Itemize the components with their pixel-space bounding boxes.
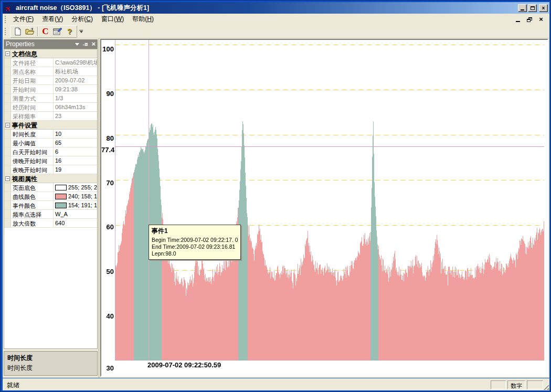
property-row[interactable]: 采样频率23 (4, 112, 97, 121)
color-swatch[interactable] (55, 194, 67, 199)
section-gutter: − (4, 174, 11, 183)
property-value[interactable]: 10 (54, 130, 97, 138)
menu-item-h[interactable]: 帮助(H) (128, 14, 158, 25)
property-row[interactable]: 白天开始时间6 (4, 147, 97, 156)
property-value[interactable]: C:\awa6298\机场 (54, 58, 97, 67)
property-row[interactable]: 曲线颜色240; 158; 158 (4, 192, 97, 201)
event-tooltip-title: 事件1 (152, 227, 238, 236)
mdi-restore-button[interactable] (526, 16, 533, 22)
property-value[interactable]: 16 (54, 156, 97, 165)
pin-icon[interactable]: -¤ (83, 41, 88, 47)
y-tick-77.4: 77.4 (101, 145, 114, 153)
property-row[interactable]: 傍晚开始时间16 (4, 156, 97, 165)
property-value[interactable]: 640 (54, 219, 97, 227)
property-row[interactable]: 文件路径C:\awa6298\机场 (4, 58, 97, 67)
row-gutter (4, 147, 11, 156)
properties-panel-header[interactable]: Properties -¤ × (4, 39, 98, 49)
y-tick-70: 70 (101, 178, 114, 186)
properties-button[interactable] (51, 26, 63, 37)
property-section-header[interactable]: −事件设置 (4, 121, 97, 130)
event-end-time: End Time:2009-07-02 09:23:16.81 (152, 243, 238, 250)
property-value[interactable]: 65 (54, 139, 97, 147)
row-gutter (4, 156, 11, 165)
property-value-text: 19 (55, 166, 61, 173)
property-value[interactable]: 240; 158; 158 (54, 192, 97, 200)
title-bar[interactable]: ✈ aircraft noise（ISO3891） - [飞机噪声分析1] × (3, 2, 549, 14)
toolbar: C ? (3, 25, 549, 38)
property-row[interactable]: 最小阈值65 (4, 139, 97, 147)
close-button[interactable]: × (539, 4, 548, 12)
property-value-text: 1/3 (55, 95, 63, 101)
property-value[interactable]: 06h34m13s (54, 103, 97, 111)
panel-close-icon[interactable]: × (91, 41, 96, 47)
collapse-icon[interactable]: − (5, 123, 10, 128)
property-row[interactable]: 测量方式1/3 (4, 94, 97, 103)
minimize-button[interactable] (518, 4, 527, 12)
property-label: 傍晚开始时间 (11, 156, 54, 165)
property-value[interactable]: 19 (54, 165, 97, 174)
property-row[interactable]: 夜晚开始时间19 (4, 165, 97, 174)
y-tick-100: 100 (101, 45, 114, 53)
color-swatch[interactable] (55, 185, 67, 190)
property-value[interactable]: 154; 191; 180 (54, 201, 97, 209)
y-tick-90: 90 (101, 89, 114, 97)
menu-item-v[interactable]: 查看(V) (38, 14, 67, 25)
property-value[interactable]: 栎社机场 (54, 67, 97, 76)
menu-item-f[interactable]: 文件(F) (9, 14, 38, 25)
collapse-icon[interactable]: − (5, 176, 10, 181)
property-label: 频率点选择 (11, 210, 54, 218)
menu-item-c[interactable]: 分析(C) (67, 14, 97, 25)
property-value[interactable]: 09:21:38 (54, 85, 97, 93)
row-gutter (4, 183, 11, 192)
property-row[interactable]: 测点名称栎社机场 (4, 67, 97, 76)
property-row[interactable]: 经历时间06h34m13s (4, 103, 97, 112)
property-row[interactable]: 开始时间09:21:38 (4, 85, 97, 94)
toolbar-overflow-button[interactable] (78, 25, 84, 38)
panel-menu-caret-icon[interactable] (75, 43, 79, 46)
row-gutter (4, 76, 11, 84)
row-gutter (4, 58, 11, 67)
property-row[interactable]: 放大倍数640 (4, 219, 97, 228)
event-lepn: Lepn:98.0 (152, 250, 238, 257)
row-gutter (4, 219, 11, 227)
toolbar-group: C ? (10, 25, 77, 38)
property-section-header[interactable]: −视图属性 (4, 174, 97, 183)
open-file-button[interactable] (24, 26, 36, 37)
status-ready-text: 就绪 (7, 381, 19, 390)
property-row[interactable]: 事件颜色154; 191; 180 (4, 201, 97, 210)
collapse-icon[interactable]: − (5, 51, 10, 56)
analysis-button[interactable]: C (39, 26, 51, 37)
new-document-button[interactable] (12, 26, 24, 37)
property-value-text: 240; 158; 158 (68, 193, 97, 199)
section-gutter: − (4, 49, 11, 58)
property-value-text: 06h34m13s (55, 104, 86, 110)
toolbar-grip[interactable] (4, 28, 7, 35)
row-gutter (4, 130, 11, 138)
property-row[interactable]: 频率点选择W_A (4, 210, 97, 219)
property-value[interactable]: 23 (54, 112, 97, 120)
row-gutter (4, 67, 11, 76)
property-value[interactable]: 2009-07-02 (54, 76, 97, 84)
property-label: 最小阈值 (11, 139, 54, 147)
property-value-text: C:\awa6298\机场 (55, 59, 97, 67)
resize-grip[interactable] (542, 383, 549, 390)
mdi-close-button[interactable]: × (538, 16, 544, 22)
noise-level-chart[interactable] (115, 40, 544, 376)
maximize-button[interactable] (528, 4, 537, 12)
section-title: 事件设置 (11, 121, 38, 129)
row-gutter (4, 139, 11, 147)
property-row[interactable]: 页面底色255; 255; 255 (4, 183, 97, 192)
property-section-header[interactable]: −文档信息 (4, 49, 97, 58)
menu-item-w[interactable]: 窗口(W) (97, 14, 128, 25)
property-value[interactable]: 1/3 (54, 94, 97, 102)
property-value[interactable]: 255; 255; 255 (54, 183, 97, 192)
chart-plot-area[interactable]: 100908077.47060504030 2009-07-02 09:22:5… (101, 40, 547, 376)
property-value[interactable]: 6 (54, 147, 97, 156)
property-row[interactable]: 时间长度10 (4, 130, 97, 139)
help-button[interactable]: ? (63, 26, 76, 37)
mdi-minimize-button[interactable] (515, 16, 521, 22)
color-swatch[interactable] (55, 203, 67, 208)
property-row[interactable]: 开始日期2009-07-02 (4, 76, 97, 85)
menubar-grip[interactable] (4, 16, 7, 23)
property-value[interactable]: W_A (54, 210, 97, 218)
